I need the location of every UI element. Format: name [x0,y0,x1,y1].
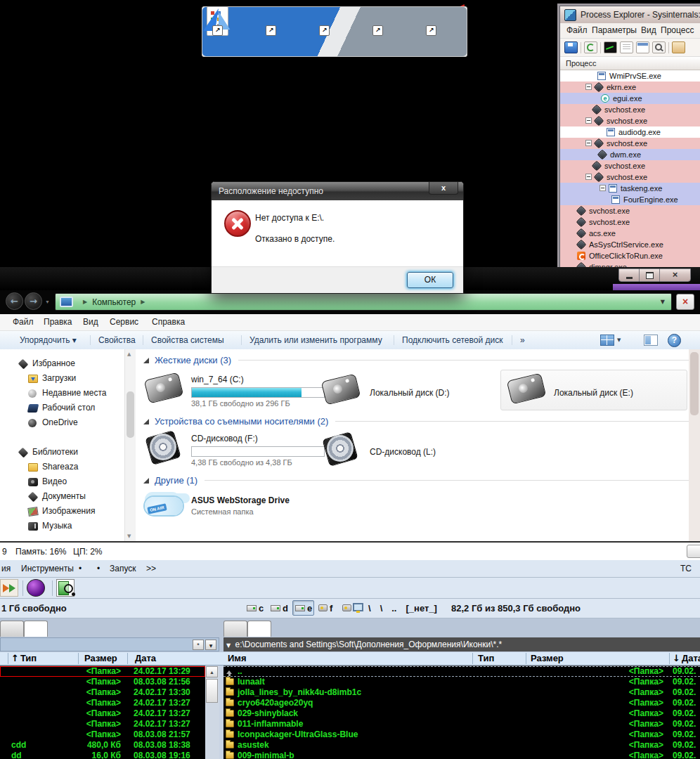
drive-name[interactable]: CD-дисковод (F:) [191,434,258,443]
collapse-triangle-icon[interactable] [143,478,149,484]
process-row[interactable]: egui.exe [560,93,700,104]
file-row[interactable]: .. <Папка> 09.02. [223,666,700,677]
dll-view-icon[interactable] [620,41,633,53]
file-row[interactable]: <Папка> 24.02.17 13:27 [0,719,205,729]
sidebar-item[interactable]: Недавние места [0,387,124,401]
close-button[interactable] [659,268,691,282]
sidebar-item[interactable]: Изображения [0,505,124,519]
process-row[interactable]: FourEngine.exe [560,194,700,205]
left-panel-scrollbar[interactable] [205,666,219,759]
process-row[interactable]: AsSysCtrlService.exe [560,239,700,250]
sidebar-item[interactable]: OneDrive [0,416,124,431]
cloud-drive-icon[interactable]: ON AIR [142,488,186,521]
history-dropdown-icon[interactable] [45,299,50,304]
collapse-triangle-icon[interactable] [143,419,149,424]
hdd-icon[interactable] [143,372,184,404]
file-row[interactable]: 029-shinyblack <Папка> 09.02. [223,708,700,719]
file-row[interactable]: 009-minimal-b <Папка> 09.02. [223,751,700,759]
column-header[interactable]: Имя [226,652,247,665]
scroll-down-icon[interactable]: ▼ [127,533,131,539]
panel-tab[interactable] [0,621,24,637]
file-row[interactable]: <Папка> 08.03.08 21:56 [0,677,205,687]
scroll-up-icon[interactable]: ▲ [127,351,131,357]
tree-expander-icon[interactable] [585,174,592,180]
column-header[interactable]: Размер [529,652,564,665]
file-row[interactable]: cdd 480,0 Кб 08.03.08 18:38 [0,740,205,751]
forward-button[interactable] [25,292,42,310]
dialog-titlebar[interactable]: Расположение недоступно x [212,182,463,200]
sidebar-item[interactable]: Музыка [0,519,124,534]
sphere-tool-icon[interactable] [27,579,45,597]
sidebar-item[interactable]: Видео [0,475,124,490]
ok-button[interactable]: ОК [407,272,453,288]
explorer-menu-item[interactable]: Сервис [110,317,138,327]
path-dropdown-icon[interactable] [226,642,231,649]
root-link[interactable]: \ [368,603,371,614]
arrows-tool-icon[interactable] [0,579,18,597]
search-tool-icon[interactable] [56,579,74,597]
file-row[interactable]: <Папка> 24.02.17 13:30 [0,687,205,698]
root-link[interactable]: .. [391,603,396,614]
file-row[interactable]: dd 16,0 Кб 08.03.08 19:16 [0,751,205,759]
back-button[interactable] [6,292,23,310]
explorer-menu-item[interactable]: Правка [44,317,72,327]
drive-name[interactable]: ASUS WebStorage Drive [191,495,290,505]
explorer-menu-item[interactable]: Справка [152,317,185,327]
panel-tab[interactable] [247,621,271,637]
right-path-bar[interactable]: e:\Documents and Settings\Soft\Дополнени… [223,637,700,651]
tc-menu-item[interactable]: • [97,564,100,573]
tc-menu-item[interactable]: >> [146,564,156,573]
sidebar-scrollbar[interactable]: ▲ ▼ [124,349,136,541]
tc-menu-item[interactable]: ия [1,564,11,573]
collapse-triangle-icon[interactable] [143,358,149,363]
network-drive-icon[interactable] [353,603,363,611]
process-row[interactable]: WmiPrvSE.exe [560,70,700,82]
process-row[interactable]: svchost.exe [560,104,700,115]
file-row[interactable]: lunaalt <Папка> 09.02. [223,677,700,687]
breadcrumb-arrow-icon[interactable] [83,299,87,305]
history-button[interactable] [205,640,216,650]
sidebar-item[interactable]: Избранное [0,357,124,372]
desktop-icon[interactable]: nanoCAD 5.1 [308,6,361,58]
section-header-removable[interactable]: Устройства со съемными носителями (2) [143,416,689,427]
explorer-toolbar-item[interactable]: Удалить или изменить программу [249,335,382,345]
drive-name[interactable]: win_7_64 (C:) [191,375,244,384]
drive-button[interactable]: c [245,600,266,616]
root-link[interactable]: [_нет_] [406,603,436,614]
drive-name[interactable]: Локальный диск (D:) [370,388,450,398]
file-row[interactable]: 011-inflammable <Папка> 09.02. [223,719,700,729]
explorer-menu-item[interactable]: Вид [83,317,98,327]
file-row[interactable]: asustek <Папка> 09.02. [223,740,700,751]
pe-titlebar[interactable]: Process Explorer - Sysinternals: w [560,6,700,23]
address-bar[interactable]: Компьютер [55,293,672,311]
address-dropdown-icon[interactable] [661,299,665,305]
process-row[interactable]: svchost.exe [560,160,700,171]
drive-name[interactable]: Локальный диск (E:) [554,388,633,398]
sidebar-item[interactable]: Рабочий стол [0,401,124,416]
sidebar-item[interactable]: Загрузки [0,372,124,387]
views-button[interactable] [600,335,621,346]
pe-column-header[interactable]: Процесс [560,57,700,70]
cd-drive-icon[interactable] [320,432,360,465]
column-divider[interactable] [472,653,473,664]
pe-menu-item[interactable]: Параметры [592,25,637,35]
properties-icon[interactable] [672,41,685,53]
breadcrumb-arrow-icon[interactable] [141,299,145,305]
tc-menu-item[interactable]: Инструменты [21,564,74,573]
drive-button[interactable]: e [292,600,314,616]
explorer-toolbar-item[interactable]: » [520,335,525,345]
tc-menu-item[interactable]: • [79,564,82,573]
explorer-toolbar-item[interactable]: Подключить сетевой диск [402,335,503,345]
refresh-icon[interactable] [584,41,597,53]
column-divider[interactable] [526,653,526,664]
explorer-toolbar-item[interactable]: Свойства системы [151,335,224,345]
dialog-close-button[interactable]: x [429,182,458,195]
file-row[interactable]: Iconpackager-UltraGlass-Blue <Папка> 09.… [223,729,700,740]
tree-expander-icon[interactable] [585,84,592,90]
column-divider[interactable] [8,653,8,664]
process-row[interactable]: svchost.exe [560,138,700,149]
lower-pane-icon[interactable] [636,41,649,53]
section-header-hdd[interactable]: Жесткие диски (3) [143,355,689,365]
sidebar-item[interactable]: Библиотеки [0,446,124,460]
scroll-thumb[interactable] [206,679,218,703]
